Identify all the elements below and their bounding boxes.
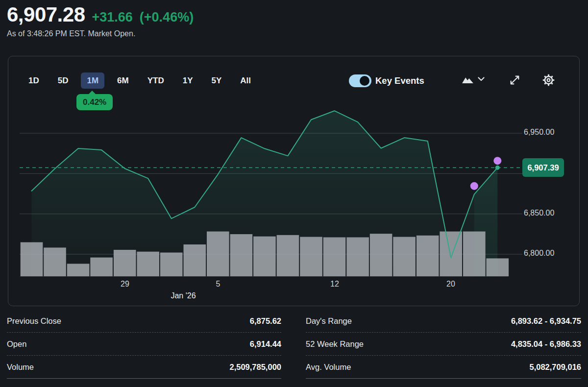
- stat-row: Avg. Volume5,082,709,016: [306, 356, 581, 379]
- stat-label: Previous Close: [7, 316, 61, 326]
- stat-row: 52 Week Range4,835.04 - 6,986.33: [306, 333, 581, 356]
- volume-bar[interactable]: [207, 232, 229, 277]
- stat-value: 6,914.44: [250, 339, 281, 349]
- volume-bar[interactable]: [230, 234, 253, 276]
- stat-value: 5,082,709,016: [529, 363, 581, 372]
- key-event-marker[interactable]: [493, 157, 501, 165]
- volume-bar[interactable]: [323, 237, 346, 276]
- volume-bar[interactable]: [487, 258, 509, 276]
- stats-column-left: Previous Close6,875.62Open6,914.44Volume…: [7, 310, 281, 379]
- volume-bar[interactable]: [184, 244, 206, 276]
- range-tab-1y[interactable]: 1Y: [177, 73, 199, 89]
- x-axis-tick-label: 29: [110, 280, 140, 289]
- stat-label: Day's Range: [306, 316, 352, 326]
- volume-bar[interactable]: [440, 232, 462, 277]
- settings-button[interactable]: [542, 73, 555, 87]
- stats-column-right: Day's Range6,893.62 - 6,934.7552 Week Ra…: [306, 310, 581, 379]
- current-price-tag: 6,907.39: [522, 158, 564, 177]
- range-tab-6m[interactable]: 6M: [111, 73, 135, 89]
- toggle-knob: [360, 76, 369, 86]
- range-tabs: 1D5D1M6MYTD1Y5YAll: [23, 73, 257, 89]
- expand-icon: [509, 74, 521, 86]
- x-axis-tick-label: 20: [436, 280, 466, 289]
- chart-type-button[interactable]: [462, 74, 485, 84]
- stat-row: Day's Range6,893.62 - 6,934.75: [306, 310, 581, 333]
- range-tab-1d[interactable]: 1D: [23, 73, 45, 89]
- mountain-chart-type-icon: [462, 74, 474, 84]
- volume-bar[interactable]: [114, 250, 136, 276]
- stat-value: 4,835.04 - 6,986.33: [511, 339, 581, 349]
- volume-bar[interactable]: [300, 237, 322, 277]
- stat-row: Open6,914.44: [7, 333, 281, 356]
- volume-bar[interactable]: [90, 258, 113, 276]
- key-events-toggle[interactable]: [349, 74, 371, 87]
- volume-bar[interactable]: [463, 232, 486, 277]
- last-price-dot: [495, 166, 500, 170]
- key-events-label: Key Events: [375, 74, 424, 87]
- volume-bar[interactable]: [277, 235, 299, 276]
- range-tab-all[interactable]: All: [234, 73, 257, 89]
- y-axis-tick-label: 6,850.00: [524, 209, 573, 218]
- y-axis-tick-label: 6,950.00: [524, 128, 573, 137]
- stat-value: 6,893.62 - 6,934.75: [511, 316, 581, 326]
- range-tab-ytd[interactable]: YTD: [142, 73, 170, 89]
- range-tab-1m[interactable]: 1M: [81, 73, 104, 89]
- settings-gear-icon: [542, 73, 555, 87]
- volume-bar[interactable]: [416, 236, 439, 276]
- volume-bar[interactable]: [44, 247, 66, 276]
- chevron-down-icon: [478, 77, 485, 81]
- fullscreen-button[interactable]: [509, 74, 521, 86]
- volume-bar[interactable]: [137, 252, 159, 276]
- x-axis-tick-label: 12: [320, 280, 349, 289]
- quote-page: 6,907.28 +31.66 (+0.46%) As of 3:48:26 P…: [0, 0, 588, 387]
- key-event-marker[interactable]: [470, 182, 478, 190]
- volume-bar[interactable]: [346, 237, 369, 276]
- stat-value: 2,509,785,000: [229, 363, 281, 372]
- volume-bar[interactable]: [370, 234, 392, 276]
- stat-row: Volume2,509,785,000: [7, 356, 281, 379]
- stat-value: 6,875.62: [250, 316, 281, 326]
- stat-label: Volume: [7, 363, 34, 372]
- range-tab-5y[interactable]: 5Y: [206, 73, 228, 89]
- range-tab-5d[interactable]: 5D: [52, 73, 74, 89]
- volume-bar[interactable]: [21, 242, 43, 277]
- x-axis-month-label: Jan '26: [161, 291, 205, 300]
- y-axis-tick-label: 6,800.00: [524, 249, 573, 258]
- stat-label: 52 Week Range: [306, 339, 364, 349]
- quote-stats: Previous Close6,875.62Open6,914.44Volume…: [7, 310, 581, 379]
- volume-bar[interactable]: [67, 264, 90, 276]
- stat-label: Avg. Volume: [306, 363, 351, 372]
- stat-label: Open: [7, 339, 26, 349]
- volume-bar[interactable]: [393, 237, 416, 277]
- volume-bar[interactable]: [160, 253, 183, 277]
- x-axis-tick-label: 5: [203, 280, 233, 289]
- selected-range-return-badge: 0.42%: [76, 94, 113, 110]
- volume-bar[interactable]: [253, 237, 276, 276]
- stat-row: Previous Close6,875.62: [7, 310, 281, 333]
